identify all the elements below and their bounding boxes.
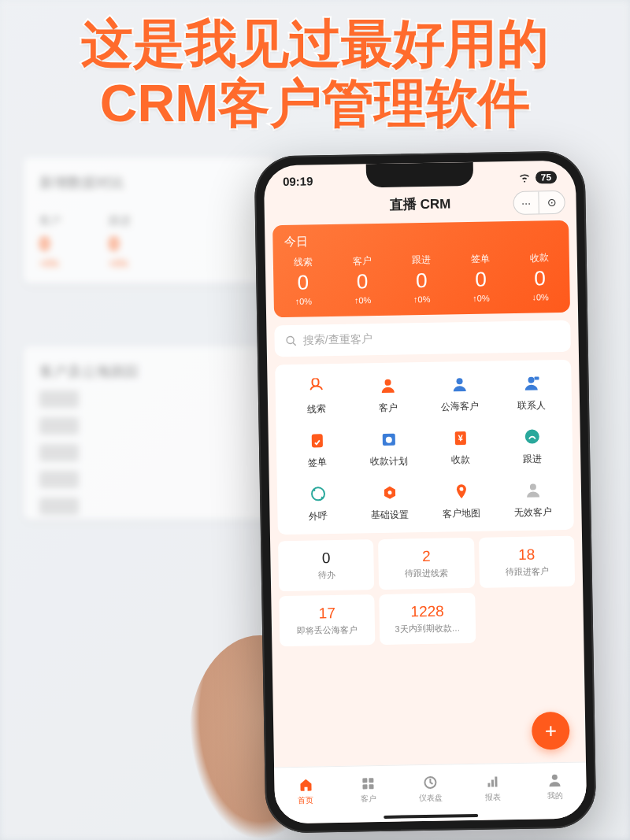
svg-point-4: [528, 377, 534, 383]
menu-icon: [376, 374, 400, 398]
menu-item-客户地图[interactable]: 客户地图: [425, 479, 498, 521]
target-button[interactable]: ⊙: [539, 191, 564, 213]
stat-cell-4[interactable]: 收款0↓0%: [510, 251, 570, 302]
menu-item-线索[interactable]: 线索: [280, 375, 352, 417]
menu-icon: [305, 428, 329, 453]
tab-icon: [547, 771, 564, 788]
tab-bar: 首页客户仪表盘报表我的: [274, 761, 587, 823]
wifi-icon: [518, 172, 531, 182]
status-time: 09:19: [283, 174, 313, 188]
svg-rect-20: [369, 784, 373, 789]
menu-item-外呼[interactable]: 外呼: [282, 482, 354, 524]
stat-cell-3[interactable]: 签单0↑0%: [450, 252, 510, 303]
phone-frame: 09:19 75 直播 CRM ··· ⊙ 今日 线索0↑0%客户0↑0%跟进0…: [254, 150, 597, 833]
svg-point-3: [456, 378, 462, 384]
tab-仪表盘[interactable]: 仪表盘: [398, 764, 461, 812]
tab-我的[interactable]: 我的: [524, 762, 587, 809]
svg-point-25: [552, 774, 558, 779]
menu-icon: [376, 427, 401, 452]
more-menu-button[interactable]: ···: [513, 191, 539, 214]
tab-icon: [359, 775, 376, 792]
menu-item-基础设置[interactable]: 基础设置: [354, 480, 426, 523]
menu-item-收款[interactable]: ¥收款: [424, 425, 497, 468]
menu-icon: [520, 424, 544, 449]
svg-rect-24: [495, 776, 498, 786]
search-placeholder: 搜索/查重客户: [302, 332, 372, 348]
svg-line-1: [293, 342, 296, 346]
today-stats-card: 今日 线索0↑0%客户0↑0%跟进0↑0%签单0↑0%收款0↓0%: [272, 220, 570, 318]
search-input[interactable]: 搜索/查重客户: [274, 320, 571, 357]
svg-text:¥: ¥: [458, 433, 463, 442]
count-grid-row-2: 17即将丢公海客户12283天内到期收款…: [279, 591, 576, 647]
search-icon: [286, 335, 297, 346]
menu-item-联系人[interactable]: 联系人: [495, 371, 567, 413]
svg-rect-23: [491, 779, 494, 786]
count-grid-row-1: 0待办2待跟进线索18待跟进客户: [278, 536, 575, 592]
home-indicator: [384, 814, 478, 819]
battery-level: 75: [536, 171, 558, 183]
tab-icon: [421, 773, 439, 790]
svg-point-2: [384, 379, 391, 386]
menu-icon: [521, 478, 545, 502]
tab-报表[interactable]: 报表: [461, 764, 524, 811]
count-card-1[interactable]: 2待跟进线索: [378, 538, 474, 590]
svg-point-16: [529, 484, 536, 490]
menu-icon: [377, 481, 402, 505]
menu-item-签单[interactable]: 签单: [281, 428, 354, 471]
menu-grid: 线索客户公海客户联系人签单收款计划¥收款跟进外呼基础设置客户地图无效客户: [275, 360, 574, 535]
add-fab-button[interactable]: +: [532, 712, 570, 750]
menu-icon: [519, 371, 543, 395]
menu-item-客户[interactable]: 客户: [351, 373, 424, 416]
phone-notch: [366, 162, 474, 187]
svg-point-0: [287, 336, 294, 343]
menu-icon: [449, 479, 473, 504]
menu-icon: ¥: [448, 426, 472, 450]
count-card-2[interactable]: 18待跟进客户: [479, 536, 575, 588]
count-card-4[interactable]: 12283天内到期收款…: [380, 593, 476, 645]
count-card-3[interactable]: 17即将丢公海客户: [279, 594, 375, 646]
tab-首页[interactable]: 首页: [274, 767, 337, 814]
menu-icon: [306, 482, 330, 506]
svg-rect-19: [362, 784, 367, 789]
menu-item-收款计划[interactable]: 收款计划: [353, 427, 425, 469]
menu-item-无效客户[interactable]: 无效客户: [497, 478, 569, 520]
svg-rect-18: [369, 778, 373, 783]
tab-icon: [297, 775, 314, 793]
app-header: 直播 CRM ··· ⊙: [264, 187, 576, 226]
plus-icon: +: [544, 719, 557, 743]
tab-icon: [484, 772, 501, 790]
svg-rect-22: [488, 783, 491, 786]
stat-cell-1[interactable]: 客户0↑0%: [332, 254, 392, 305]
menu-icon: [447, 372, 472, 397]
svg-rect-5: [534, 376, 539, 379]
svg-rect-17: [362, 778, 367, 783]
bg-section-title-2: 客户及公海跟踪: [39, 362, 260, 381]
menu-icon: [304, 375, 328, 399]
menu-item-公海客户[interactable]: 公海客户: [423, 372, 495, 414]
svg-rect-6: [311, 434, 322, 447]
bg-section-title: 新增数据对比: [39, 173, 260, 192]
phone-screen: 09:19 75 直播 CRM ··· ⊙ 今日 线索0↑0%客户0↑0%跟进0…: [264, 161, 587, 824]
count-card-0[interactable]: 0待办: [278, 539, 374, 591]
stat-cell-2[interactable]: 跟进0↑0%: [391, 253, 451, 304]
tab-客户[interactable]: 客户: [336, 766, 399, 813]
stat-cell-0[interactable]: 线索0↑0%: [273, 255, 333, 306]
app-title: 直播 CRM: [390, 194, 451, 213]
menu-item-跟进[interactable]: 跟进: [496, 424, 569, 467]
promo-title: 这是我见过最好用的 CRM客户管理软件: [0, 14, 630, 134]
